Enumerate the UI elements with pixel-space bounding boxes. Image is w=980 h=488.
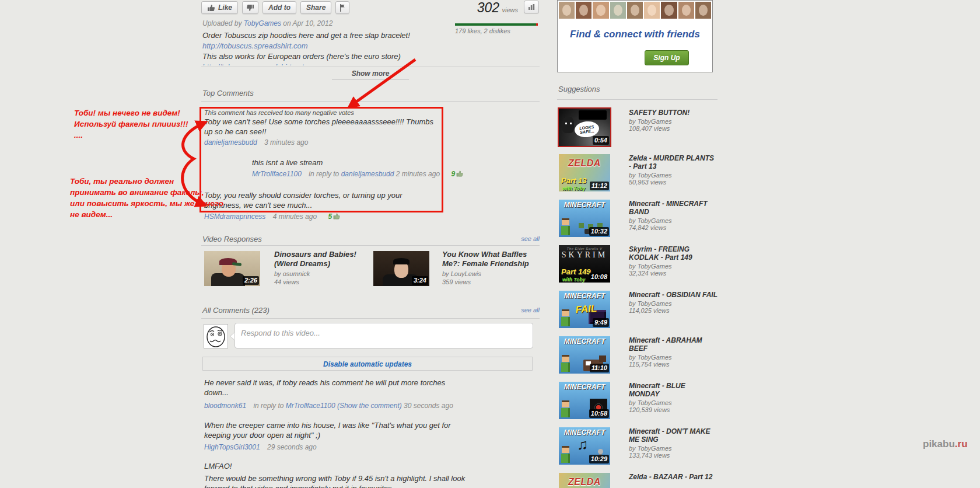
annotation-text-bottom: Тоби, ты реально должен принимать во вни… [70,176,223,220]
video-response-title[interactable]: You Know What Baffles Me?: Female Friend… [442,250,541,269]
video-views: 133,743 views [629,452,718,459]
comment-text: There would be something wrong with Toby… [204,473,478,488]
minecart-shape [579,110,607,120]
dislike-button[interactable] [242,1,258,14]
video-thumbnail[interactable]: LOOKS SAFE... 0:54 [559,109,610,146]
video-title[interactable]: Skyrim - FREEING KODLAK - Part 149 [629,245,718,262]
reply-target-link[interactable]: MrTrollface1100 (Show the comment) [286,402,402,410]
video-responses-see-all[interactable]: see all [521,235,540,242]
video-thumbnail[interactable]: MINECRAFT FAIL 9:49 [559,291,610,328]
video-views: 32,324 views [629,270,718,277]
friend-photo [644,2,660,19]
suggestion-item: MINECRAFT 11:10 Minecraft - ABRAHAM BEEF… [559,336,718,377]
add-to-button[interactable]: Add to [262,1,296,14]
page: { "toolbar": {"like": "Like", "add_to": … [0,0,980,488]
video-title[interactable]: SAFETY BUTTON! [629,109,718,117]
view-stats: 302 views [443,1,539,15]
suggestion-item: MINECRAFT ♫ 10:29 Minecraft - DON'T MAKE… [559,427,718,468]
video-title[interactable]: Minecraft - MINECRAFT BAND [629,200,718,216]
description-link[interactable]: http://tobuscus.spreadshirt.com [202,41,308,50]
video-thumbnail[interactable]: ZELDA Part 13 with Toby 11:12 [559,154,610,191]
video-title[interactable]: Minecraft - ABRAHAM BEEF [629,336,718,353]
video-author: by TobyGames [629,399,718,406]
video-response-views: 359 views [442,278,471,285]
video-thumbnail[interactable]: The Elder Scrolls V SKYRIM Part 149 with… [559,245,610,283]
like-label: Like [218,4,232,12]
duration-badge: 10:08 [589,273,609,281]
video-title[interactable]: Minecraft - BLUE MONDAY [629,382,718,398]
description-link[interactable]: http://tobuscus.spreadshirt.net [202,62,304,65]
views-number: 302 [477,0,499,15]
friend-connect-ad[interactable]: Find & connect with friends Sign Up [557,0,713,72]
flag-button[interactable] [335,1,349,14]
video-views: 120,539 views [629,406,718,413]
like-button[interactable]: Like [201,1,238,14]
thumb-down-icon [246,4,254,12]
divider [201,101,540,102]
comment-text: LMFAO! [204,461,232,471]
show-more-button[interactable]: Show more [332,68,410,80]
share-button[interactable]: Share [300,1,331,14]
comment-author-link[interactable]: bloodmonk61 [204,402,246,410]
video-response-views: 44 views [274,278,299,285]
video-toolbar: Like Add to Share [201,1,349,14]
annotation-text-top: Тоби! мы нечего не видем! Используй факе… [74,107,188,141]
video-thumbnail[interactable]: MINECRAFT ♫ 10:29 [559,427,610,465]
dislike-ratio-segment [536,23,538,26]
disable-updates-label: Disable automatic updates [323,360,412,368]
video-views: 50,963 views [629,179,718,186]
comment-meta: bloodmonk61 in reply to MrTrollface1100 … [204,402,453,410]
video-thumbnail[interactable]: MINECRAFT 10:32 [559,200,610,237]
video-author: by TobyGames [629,263,718,270]
video-views: 74,842 views [629,224,718,231]
comment-meta: HighTopsGirl3001 29 seconds ago [204,443,317,451]
friend-photo [559,2,575,19]
video-title[interactable]: Zelda - MURDER PLANTS - Part 13 [629,154,718,170]
video-views: 108,407 views [629,125,718,132]
comment-time: 4 minutes ago [273,212,317,221]
video-views: 114,025 views [629,307,718,314]
annotation-red-box [200,107,443,212]
friend-photo [593,2,608,19]
respond-input[interactable] [235,323,533,348]
duration-badge: 2:26 [243,276,259,285]
video-thumbnail[interactable]: MINECRAFT 11:10 [559,336,610,374]
statistics-button[interactable] [524,1,539,13]
video-response-thumbnail[interactable]: 3:24 [373,251,429,286]
video-title[interactable]: Minecraft - OBSIDIAN FAIL [629,291,718,299]
description-line: Order Tobuscus zip hoodies here and get … [202,30,541,41]
character-shape [561,400,570,418]
disable-updates-button[interactable]: Disable automatic updates [202,357,533,371]
zelda-logo: ZELDA [559,477,610,487]
upload-date: on Apr 10, 2012 [283,19,332,27]
minecraft-logo: MINECRAFT [559,201,610,209]
suggestion-item: ZELDA Part 13 with Toby 11:12 Zelda - MU… [559,154,718,195]
video-title[interactable]: Minecraft - DON'T MAKE ME SING [629,427,718,444]
duration-badge: 11:10 [590,364,609,372]
video-thumbnail[interactable]: MINECRAFT 10:58 [559,382,610,419]
video-title[interactable]: Zelda - BAZAAR - Part 12 [629,473,718,481]
character-shape [561,309,570,327]
duration-badge: 3:24 [412,276,428,285]
comment-time: 30 seconds ago [404,402,453,410]
video-response-author: by osumnick [274,270,310,277]
all-comments-see-all[interactable]: see all [521,306,540,313]
watermark: pikabu.ru [923,438,968,450]
character-shape [561,355,570,372]
comment-meta: HSMdramaprincess 4 minutes ago 5 [204,212,341,221]
video-response-thumbnail[interactable]: 2:26 [204,251,260,286]
sign-up-button[interactable]: Sign Up [645,50,689,65]
like-ratio-bar [455,23,538,26]
skyrim-logo: SKYRIM [559,250,610,260]
video-response-title[interactable]: Dinosaurs and Babies! (Wierd Dreams) [274,250,373,269]
in-reply-to-label: in reply to [253,402,284,410]
divider [557,99,718,100]
meme-face-icon [204,325,228,348]
divider [201,245,540,246]
vote-count: 5 [328,212,341,221]
bar-chart-icon [528,4,535,11]
comment-author-link[interactable]: HighTopsGirl3001 [204,443,260,451]
video-author: by TobyGames [629,217,718,224]
channel-link[interactable]: TobyGames [244,19,281,27]
video-thumbnail[interactable]: ZELDA Part 12 [559,473,610,488]
